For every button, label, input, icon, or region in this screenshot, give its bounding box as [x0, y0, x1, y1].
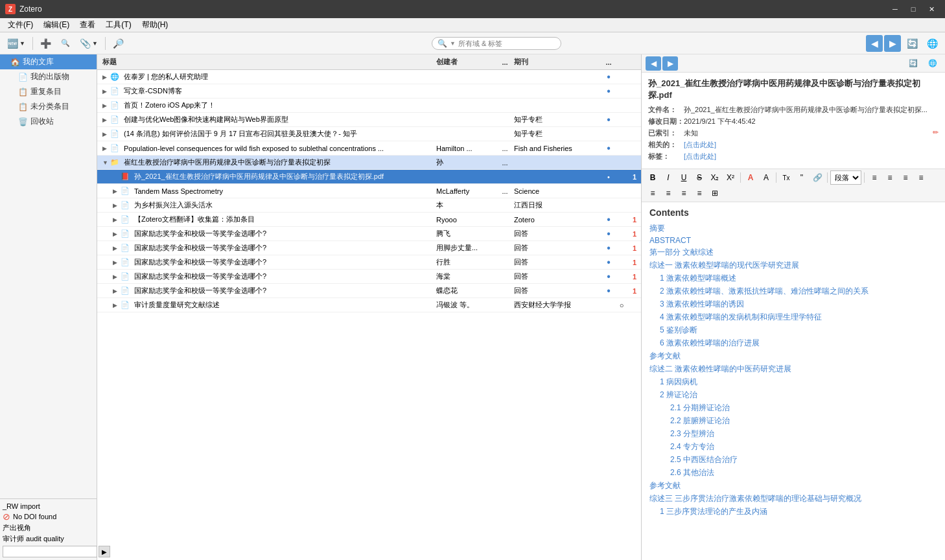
close-button[interactable]: ✕ — [923, 3, 940, 15]
contents-title: Contents — [649, 207, 937, 218]
nav-right-button[interactable]: ▶ — [884, 35, 901, 52]
tags-value[interactable]: [点击此处] — [684, 152, 716, 161]
font-color-button[interactable]: A — [743, 170, 758, 185]
contents-link-abstract-en[interactable]: ABSTRACT — [649, 236, 937, 245]
underline-button[interactable]: U — [677, 170, 691, 185]
doc-icon: 📄 — [110, 87, 119, 95]
contents-link-3-1[interactable]: 1 三步序贯法理论的产生及内涵 — [649, 506, 937, 517]
search-bar[interactable]: 🔍 ▼ — [432, 37, 561, 50]
list-item[interactable]: 📕 孙_2021_崔红生教授治疗哮病中医用药规律及中医诊断与治疗量表拟定初探.p… — [97, 170, 641, 184]
right-nav-right[interactable]: ▶ — [662, 56, 678, 71]
col-title[interactable]: 标题 — [97, 57, 434, 67]
list-item[interactable]: ▶ 📄 国家励志奖学金和校级一等奖学金选哪个? 行胜 回答 • 1 — [97, 255, 641, 270]
indexed-edit-icon[interactable]: ✏ — [933, 128, 939, 137]
list-item[interactable]: ▶ 📄 国家励志奖学金和校级一等奖学金选哪个? 海棠 回答 • 1 — [97, 270, 641, 284]
contents-link-review2[interactable]: 综述二 激素依赖性哮喘的中医药研究进展 — [649, 364, 937, 375]
nav-left-button[interactable]: ◀ — [866, 35, 883, 52]
contents-link-2-2-6[interactable]: 2.6 其他治法 — [649, 467, 937, 478]
sidebar-item-my-publications[interactable]: 📄 我的出版物 — [0, 69, 97, 84]
contents-link-1-5[interactable]: 5 鉴别诊断 — [649, 325, 937, 336]
sidebar-search-input[interactable] — [3, 546, 97, 557]
table-button[interactable]: ⊞ — [708, 186, 722, 200]
contents-link-2-1[interactable]: 1 病因病机 — [649, 377, 937, 388]
contents-link-2-2-2[interactable]: 2.2 脏腑辨证论治 — [649, 415, 937, 426]
menu-help[interactable]: 帮助(H) — [137, 18, 174, 32]
contents-link-review1[interactable]: 综述一 激素依赖型哮喘的现代医学研究进展 — [649, 260, 937, 271]
ordered-list-button[interactable]: ≡ — [646, 186, 660, 200]
contents-link-2-2-1[interactable]: 2.1 分期辨证论治 — [649, 402, 937, 414]
menu-tools[interactable]: 工具(T) — [100, 18, 136, 32]
minimize-button[interactable]: ─ — [887, 3, 904, 15]
right-zoom-button[interactable]: 🔄 — [905, 55, 922, 72]
contents-link-2-2[interactable]: 2 辨证论治 — [649, 390, 937, 401]
add-button[interactable]: ➕ — [37, 35, 54, 52]
list-item[interactable]: ▶ 📄 国家励志奖学金和校级一等奖学金选哪个? 用脚步丈量... 回答 • 1 — [97, 241, 641, 255]
col-creator[interactable]: 创建者 — [434, 57, 498, 67]
import-button[interactable]: 🔍 — [57, 35, 74, 52]
new-item-button[interactable]: 🆕 ▼ — [4, 35, 29, 52]
menu-file[interactable]: 文件(F) — [3, 18, 38, 32]
search-input[interactable] — [458, 40, 555, 47]
paragraph-select[interactable]: 段落 — [830, 170, 861, 185]
list-item[interactable]: ▶ 📄 (14 条消息) 如何评价法国于 9 月 17 日宣布召回其驻美及驻澳大… — [97, 127, 641, 141]
list-item[interactable]: ▶ 📄 审计质量度量研究文献综述 冯银波 等。 西安财经大学学报 ○ — [97, 298, 641, 312]
list-item[interactable]: ▼ 📁 崔红生教授治疗哮病中医用药规律及中医诊断与治疗量表拟定初探 孙 ... — [97, 156, 641, 170]
locate2-button[interactable]: 🌐 — [924, 35, 941, 52]
right-settings-button[interactable]: 🌐 — [924, 55, 941, 72]
menu-view[interactable]: 查看 — [75, 18, 100, 32]
list-item[interactable]: ▶ 📄 国家励志奖学金和校级一等奖学金选哪个? 蝶恋花 回答 • 1 — [97, 284, 641, 298]
contents-link-review3[interactable]: 综述三 三步序贯法治疗激素依赖型哮喘的理论基础与研究概况 — [649, 493, 937, 504]
contents-link-1-4[interactable]: 4 激素依赖型哮喘的发病机制和病理生理学特征 — [649, 312, 937, 323]
strikethrough-button[interactable]: S — [692, 170, 706, 185]
contents-link-1-2[interactable]: 2 激素依赖性哮喘、激素抵抗性哮喘、难治性哮喘之间的关系 — [649, 286, 937, 297]
sidebar-item-trash[interactable]: 🗑️ 回收站 — [0, 114, 97, 129]
list-item[interactable]: ▶ 📄 为乡村振兴注入源头活水 本 江西日报 — [97, 198, 641, 213]
locate-button[interactable]: 🔎 — [110, 35, 127, 52]
contents-link-2-2-4[interactable]: 2.4 专方专治 — [649, 441, 937, 452]
col-journal[interactable]: 期刊 — [511, 57, 602, 67]
list-item[interactable]: ▶ 📄 国家励志奖学金和校级一等奖学金选哪个? 腾飞 回答 • 1 — [97, 227, 641, 241]
sync-button[interactable]: 🔄 — [904, 35, 921, 52]
search-dropdown[interactable]: ▼ — [450, 40, 456, 47]
contents-link-ref1[interactable]: 参考文献 — [649, 351, 937, 362]
italic-button[interactable]: I — [661, 170, 675, 185]
indent-button[interactable]: ≡ — [661, 186, 675, 200]
align-center-button[interactable]: ≡ — [883, 170, 897, 185]
menu-edit[interactable]: 编辑(E) — [38, 18, 75, 32]
bullet-list-button[interactable]: ≡ — [914, 170, 928, 185]
attach-button[interactable]: 📎 ▼ — [76, 35, 101, 52]
list-item[interactable]: ▶ 📄 写文章-CSDN博客 • — [97, 84, 641, 99]
related-value[interactable]: [点击此处] — [684, 140, 716, 150]
right-nav-left[interactable]: ◀ — [646, 56, 661, 71]
maximize-button[interactable]: □ — [905, 3, 922, 15]
subscript-button[interactable]: X₂ — [708, 170, 722, 185]
contents-link-ref2[interactable]: 参考文献 — [649, 480, 937, 491]
bold-button[interactable]: B — [646, 170, 660, 185]
list-item[interactable]: ▶ 📄 Tandem Mass Spectrometry McLafferty … — [97, 184, 641, 198]
outdent-button[interactable]: ≡ — [677, 186, 691, 200]
highlight-button[interactable]: A — [759, 170, 773, 185]
align-left-button[interactable]: ≡ — [867, 170, 881, 185]
contents-link-1-3[interactable]: 3 激素依赖性哮喘的诱因 — [649, 299, 937, 310]
clear-format-button[interactable]: Tx — [779, 170, 793, 185]
sidebar-search-button[interactable]: ▶ — [99, 546, 110, 557]
superscript-button[interactable]: X² — [723, 170, 738, 185]
sidebar-item-my-library[interactable]: 🏠 我的文库 — [0, 54, 97, 69]
contents-link-1-1[interactable]: 1 激素依赖型哮喘概述 — [649, 273, 937, 284]
contents-link-2-2-5[interactable]: 2.5 中西医结合治疗 — [649, 454, 937, 465]
contents-link-abstract-cn[interactable]: 摘要 — [649, 223, 937, 234]
quote-button[interactable]: " — [795, 170, 809, 185]
list-item[interactable]: ▶ 🌐 佐泰罗 | 您的私人研究助理 • — [97, 70, 641, 84]
outdent2-button[interactable]: ≡ — [692, 186, 706, 200]
contents-link-1-6[interactable]: 6 激素依赖性哮喘的治疗进展 — [649, 338, 937, 349]
list-item[interactable]: ▶ 📄 Population-level consequences for wi… — [97, 141, 641, 156]
sidebar-item-duplicates[interactable]: 📋 重复条目 — [0, 84, 97, 99]
list-item[interactable]: ▶ 📄 【Zotero文档翻译】收集篇：添加条目 Ryooo Zotero • … — [97, 213, 641, 227]
link-button[interactable]: 🔗 — [810, 170, 824, 185]
sidebar-item-unclassified[interactable]: 📋 未分类条目 — [0, 99, 97, 114]
align-right-button[interactable]: ≡ — [898, 170, 913, 185]
contents-link-part1[interactable]: 第一部分 文献综述 — [649, 247, 937, 258]
list-item[interactable]: ▶ 📄 首页！Zotero iOS App来了！ — [97, 99, 641, 113]
list-item[interactable]: ▶ 📄 创建与优化Web图像和快速构建网站与Web界面原型 知乎专栏 • — [97, 113, 641, 127]
contents-link-2-2-3[interactable]: 2.3 分型辨治 — [649, 428, 937, 439]
